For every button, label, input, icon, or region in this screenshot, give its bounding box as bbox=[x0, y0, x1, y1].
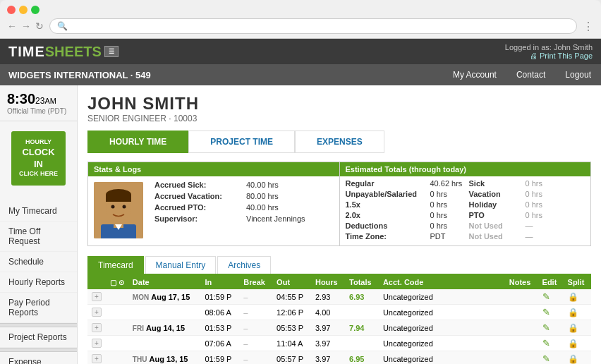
tab-project[interactable]: PROJECT TIME bbox=[188, 131, 295, 153]
clock-ampm: AM bbox=[44, 97, 56, 105]
totals-body: Regular 40.62 hrs Sick 0 hrs Unpayable/S… bbox=[340, 176, 591, 245]
table-header-row: ▢ ⊙ Date In Break Out Hours Totals Acct.… bbox=[87, 275, 591, 289]
sidebar-item-payperiodreports[interactable]: Pay Period Reports bbox=[0, 293, 77, 323]
totals-row-2: 1.5x 0 hrs Holiday 0 hrs bbox=[346, 200, 585, 209]
cell-notes bbox=[505, 289, 538, 305]
cell-acct: Uncategorized bbox=[379, 289, 449, 305]
table-row: + FRI Aug 14, 15 01:53 P – 05:53 P 3.97 … bbox=[87, 320, 591, 336]
browser-chrome: ← → ↻ 🔍 ⋮ bbox=[0, 0, 601, 39]
accrued-sick-label: Accrued Sick: bbox=[154, 181, 246, 189]
tab-expenses[interactable]: EXPENSES bbox=[295, 131, 384, 153]
my-account-link[interactable]: My Account bbox=[443, 64, 506, 85]
cell-break: – bbox=[239, 320, 272, 336]
time-display: 8:3023AM Official Time (PDT) bbox=[0, 85, 77, 121]
close-button[interactable] bbox=[7, 6, 16, 14]
browser-menu-button[interactable]: ⋮ bbox=[583, 20, 594, 33]
cell-edit[interactable]: ✎ bbox=[538, 289, 564, 305]
logo: TIMESHEETS ☰ bbox=[8, 44, 119, 60]
accrued-sick-val: 40.00 hrs bbox=[246, 181, 279, 189]
forward-button[interactable]: → bbox=[21, 20, 31, 32]
cell-split[interactable]: 🔒 bbox=[564, 351, 591, 365]
content-area: JOHN SMITH SENIOR ENGINEER · 10003 HOURL… bbox=[78, 85, 601, 364]
back-button[interactable]: ← bbox=[7, 20, 17, 32]
cell-edit[interactable]: ✎ bbox=[538, 320, 564, 336]
tc-tab-archives[interactable]: Archives bbox=[217, 256, 271, 274]
stats-section: Stats & Logs bbox=[87, 162, 591, 246]
cell-notes bbox=[505, 305, 538, 320]
cell-break: – bbox=[239, 351, 272, 365]
svg-rect-5 bbox=[106, 195, 131, 202]
cell-edit[interactable]: ✎ bbox=[538, 351, 564, 365]
print-link[interactable]: 🖨 Print This Page bbox=[505, 51, 593, 60]
logo-time: TIME bbox=[8, 44, 45, 60]
cell-date: MON Aug 17, 15 bbox=[128, 289, 201, 305]
cell-split[interactable]: 🔒 bbox=[564, 320, 591, 336]
cell-spacer bbox=[449, 305, 505, 320]
clock-timezone: Official Time (PDT) bbox=[7, 107, 70, 115]
sidebar-item-hourlyreports[interactable]: Hourly Reports bbox=[0, 272, 77, 293]
cell-expand[interactable]: + bbox=[87, 336, 106, 351]
cell-acct: Uncategorized bbox=[379, 305, 449, 320]
cell-split[interactable]: 🔒 bbox=[564, 336, 591, 351]
sidebar-item-expensereports[interactable]: Expense Reports bbox=[0, 352, 77, 364]
accrued-vacation-val: 80.00 hrs bbox=[246, 192, 279, 200]
cell-totals: 6.93 bbox=[345, 289, 379, 305]
stats-data: Accrued Sick: 40.00 hrs Accrued Vacation… bbox=[149, 176, 339, 244]
cell-totals bbox=[345, 305, 379, 320]
stats-body: Accrued Sick: 40.00 hrs Accrued Vacation… bbox=[88, 176, 339, 244]
cell-edit[interactable]: ✎ bbox=[538, 336, 564, 351]
cell-out: 12:06 P bbox=[272, 305, 311, 320]
nav-links: My Account Contact Logout bbox=[443, 64, 601, 85]
th-expand bbox=[87, 275, 106, 289]
stats-row-pto: Accrued PTO: 40.00 hrs bbox=[154, 203, 334, 212]
cell-out: 11:04 A bbox=[272, 336, 311, 351]
maximize-button[interactable] bbox=[31, 6, 40, 14]
cell-edit[interactable]: ✎ bbox=[538, 305, 564, 320]
cell-expand[interactable]: + bbox=[87, 351, 106, 365]
accrued-vacation-label: Accrued Vacation: bbox=[154, 192, 246, 200]
th-spacer bbox=[449, 275, 505, 289]
tc-tab-timecard[interactable]: Timecard bbox=[87, 256, 144, 274]
top-right: Logged in as: John Smith 🖨 Print This Pa… bbox=[505, 43, 593, 60]
th-date: Date bbox=[128, 275, 201, 289]
employee-title: SENIOR ENGINEER · 10003 bbox=[87, 114, 591, 123]
cell-split[interactable]: 🔒 bbox=[564, 289, 591, 305]
sidebar: 8:3023AM Official Time (PDT) HOURLY CLOC… bbox=[0, 85, 78, 364]
cell-icons bbox=[106, 336, 128, 351]
tc-tab-manual[interactable]: Manual Entry bbox=[145, 256, 217, 274]
cell-expand[interactable]: + bbox=[87, 289, 106, 305]
cell-split[interactable]: 🔒 bbox=[564, 305, 591, 320]
cell-acct: Uncategorized bbox=[379, 351, 449, 365]
cell-icons bbox=[106, 351, 128, 365]
table-row: + 08:06 A – 12:06 P 4.00 Uncategorized ✎… bbox=[87, 305, 591, 320]
avatar-container bbox=[88, 176, 149, 244]
supervisor-val: Vincent Jennings bbox=[246, 214, 305, 223]
sidebar-item-projectreports[interactable]: Project Reports bbox=[0, 327, 77, 348]
cell-expand[interactable]: + bbox=[87, 320, 106, 336]
clock-main: CLOCK IN bbox=[17, 147, 60, 171]
table-row: + MON Aug 17, 15 01:59 P – 04:55 P 2.93 … bbox=[87, 289, 591, 305]
minimize-button[interactable] bbox=[19, 6, 28, 14]
stats-right: Estimated Totals (through today) Regular… bbox=[340, 162, 592, 246]
cell-totals bbox=[345, 336, 379, 351]
tab-hourly[interactable]: HOURLY TIME bbox=[87, 131, 188, 153]
timecard-table: ▢ ⊙ Date In Break Out Hours Totals Acct.… bbox=[87, 275, 591, 364]
cell-expand[interactable]: + bbox=[87, 305, 106, 320]
cell-totals: 7.94 bbox=[345, 320, 379, 336]
sidebar-item-schedule[interactable]: Schedule bbox=[0, 252, 77, 272]
cell-notes bbox=[505, 336, 538, 351]
clock-in-button[interactable]: HOURLY CLOCK IN CLICK HERE bbox=[11, 131, 66, 186]
sidebar-item-mytimecard[interactable]: My Timecard bbox=[0, 201, 77, 222]
address-bar[interactable]: 🔍 bbox=[49, 18, 577, 34]
stats-header: Stats & Logs bbox=[88, 162, 339, 176]
cell-icons bbox=[106, 320, 128, 336]
totals-row-1: Unpayable/Salaried 0 hrs Vacation 0 hrs bbox=[346, 190, 585, 198]
refresh-button[interactable]: ↻ bbox=[35, 20, 44, 32]
sidebar-item-timeoffrequest[interactable]: Time Off Request bbox=[0, 222, 77, 252]
cell-in: 08:06 A bbox=[201, 305, 240, 320]
th-notes: Notes bbox=[505, 275, 538, 289]
logout-link[interactable]: Logout bbox=[555, 64, 601, 85]
contact-link[interactable]: Contact bbox=[506, 64, 555, 85]
table-body: + MON Aug 17, 15 01:59 P – 04:55 P 2.93 … bbox=[87, 289, 591, 364]
cell-date: THU Aug 13, 15 bbox=[128, 351, 201, 365]
